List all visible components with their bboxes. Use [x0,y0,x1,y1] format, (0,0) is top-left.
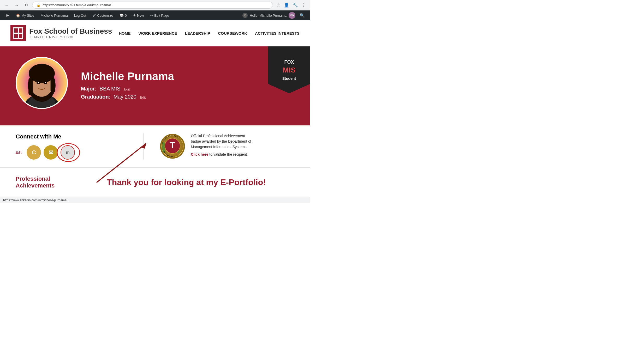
site-name-label: Michelle Purnama [41,14,68,17]
hero-section: Edit Michelle Purnama Major: BBA MIS Edi… [0,46,310,125]
wp-admin-bar: ⊞ 🏠 My Sites Michelle Purnama Log Out 🖊 … [0,10,310,20]
url-text[interactable]: https://community.mis.temple.edu/mpurnam… [43,3,111,7]
logo-icon [10,25,26,41]
logo-text: Fox School of Business TEMPLE UNIVERSITY… [29,27,112,39]
badge-mis-accent: IS [289,66,295,74]
grad-detail: Graduation: May 2020 Edit [81,94,294,100]
comments-label: 0 [125,14,127,17]
wp-logo[interactable]: ⊞ [3,10,12,20]
achievement-text3: Management Information Systems [191,145,246,149]
logout-label: Log Out [74,14,86,17]
site-header: Fox School of Business TEMPLE UNIVERSITY… [0,20,310,46]
comment-icon: 💬 [120,14,124,17]
grad-value: May 2020 [114,94,136,100]
achievement-text1: Official Professional Achievement [191,134,245,138]
connect-section: Connect with Me Edit C ✉ in [0,125,310,168]
professional-label: Professional [16,175,50,182]
main-content: Thank you for looking at my E-Portfolio! [78,175,294,189]
connect-left: Connect with Me Edit C ✉ in [16,133,128,160]
customize-item[interactable]: 🖊 Customize [90,10,116,20]
achievements-label: Achievements [16,182,55,189]
svg-point-14 [44,82,47,84]
user-avatar[interactable]: MP [289,12,295,19]
linkedin-icon-button[interactable]: in [61,145,75,160]
major-detail: Major: BBA MIS Edit [81,86,294,92]
plus-icon: + [133,13,136,18]
browser-chrome: ← → ↻ 🔒 https://community.mis.temple.edu… [0,0,310,10]
greeting-icon: O [242,13,248,18]
connect-divider [144,133,144,160]
url-bar[interactable]: 🔒 https://community.mis.temple.edu/mpurn… [32,2,273,9]
bookmark-button[interactable]: ☆ [276,2,281,9]
extension-button[interactable]: 🔧 [292,2,299,9]
hello-label: Hello, Michelle Purnama [250,14,287,17]
forward-button[interactable]: → [13,2,20,9]
logout-item[interactable]: Log Out [71,10,89,20]
major-label: Major: [81,86,97,92]
new-item[interactable]: + New [130,10,147,20]
linkedin-container: in [61,145,75,160]
svg-rect-27 [172,142,173,148]
main-nav: HOME WORK EXPERIENCE LEADERSHIP COURSEWO… [119,31,300,35]
connect-title: Connect with Me [16,133,128,140]
badge-student: Student [282,76,296,81]
paint-icon: 🖊 [92,14,96,17]
search-icon[interactable]: 🔍 [297,13,307,18]
svg-point-13 [37,82,40,84]
nav-leadership[interactable]: LEADERSHIP [185,31,210,35]
grad-edit-link[interactable]: Edit [140,95,146,99]
svg-rect-12 [51,78,55,93]
school-name: Fox School of Business [29,27,112,35]
hero-info: Michelle Purnama Major: BBA MIS Edit Gra… [81,70,294,102]
svg-point-15 [38,82,39,83]
svg-rect-11 [28,78,33,95]
comments-item[interactable]: 💬 0 [117,10,129,20]
major-value: BBA MIS [100,86,121,92]
avatar-container: Edit [16,57,68,115]
email-icon-button[interactable]: ✉ [44,145,58,160]
back-button[interactable]: ← [3,2,10,9]
achievement-text4: to validate the recipient [209,152,247,156]
address-bar-row: ← → ↻ 🔒 https://community.mis.temple.edu… [0,0,310,10]
achievement-badge: FOX SCHOOL OF BUSINESS GRAND MASTER [159,133,186,159]
click-here-link[interactable]: Click here [191,152,208,156]
badge-fox: FOX [284,59,294,65]
browser-actions: ☆ 👤 🔧 ⋮ [276,2,307,9]
home-icon: 🏠 [16,14,20,17]
site-name-item[interactable]: Michelle Purnama [38,10,70,20]
reload-button[interactable]: ↻ [23,2,29,9]
achievement-text2: badge awarded by the Department of [191,139,251,143]
hero-name: Michelle Purnama [81,70,294,83]
thank-you-text: Thank you for looking at my E-Portfolio! [107,178,266,187]
hello-user[interactable]: O Hello, Michelle Purnama MP [242,12,295,19]
major-edit-link[interactable]: Edit [124,87,130,91]
edit-page-item[interactable]: ✏ Edit Page [147,10,171,20]
badge-mis: MIS [283,66,296,74]
professional-achievements-sidebar: Professional Achievements [16,175,68,189]
my-sites-item[interactable]: 🏠 My Sites [13,10,37,20]
pencil-icon: ✏ [150,14,153,17]
university-name: TEMPLE UNIVERSITY® [29,35,112,39]
status-url: https://www.linkedin.com/in/michelle-pur… [3,198,67,202]
edit-avatar-link[interactable]: Edit [39,111,45,115]
new-label: New [137,14,144,17]
nav-home[interactable]: HOME [119,31,130,35]
connect-edit-link[interactable]: Edit [16,150,21,154]
lock-icon: 🔒 [37,3,40,7]
svg-point-16 [45,82,46,83]
nav-work-experience[interactable]: WORK EXPERIENCE [138,31,177,35]
achievement-text: Official Professional Achievement badge … [191,133,251,159]
bottom-section: Professional Achievements Thank you for … [0,168,310,197]
my-sites-label: My Sites [21,14,34,17]
wp-logo-icon: ⊞ [6,13,10,18]
grad-label: Graduation: [81,94,110,100]
profile-button[interactable]: 👤 [283,2,290,9]
edit-page-label: Edit Page [154,14,169,17]
menu-button[interactable]: ⋮ [301,2,307,9]
site-logo[interactable]: Fox School of Business TEMPLE UNIVERSITY… [10,25,112,41]
c-icon-button[interactable]: C [27,145,41,160]
nav-coursework[interactable]: COURSEWORK [218,31,247,35]
status-bar: https://www.linkedin.com/in/michelle-pur… [0,197,310,203]
profile-avatar [16,57,68,109]
nav-activities[interactable]: ACTIVITIES INTERESTS [255,31,300,35]
